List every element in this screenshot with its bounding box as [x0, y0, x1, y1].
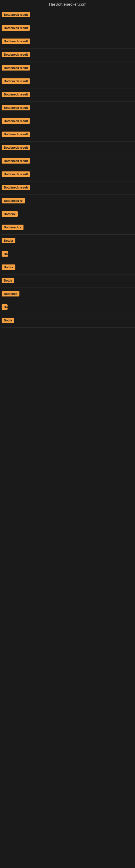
list-item: Bottleneck result — [1, 102, 135, 115]
list-item: Bottleneck result — [1, 115, 135, 128]
bottleneck-result-badge[interactable]: Bottleneck result — [2, 145, 30, 150]
bottleneck-result-badge[interactable]: Bottleneck result — [2, 172, 30, 177]
list-item: Bottleneck e — [1, 221, 135, 235]
bottleneck-result-badge[interactable]: Bottleneck result — [2, 25, 30, 31]
list-item: Bottleneck result — [1, 75, 135, 88]
list-item: Bo — [1, 301, 135, 314]
list-item: Bottle — [1, 275, 135, 288]
list-item: Bottlene — [1, 208, 135, 221]
bottleneck-result-badge[interactable]: Bottle — [2, 278, 14, 283]
list-item: Bottler — [1, 261, 135, 275]
bottleneck-result-badge[interactable]: Bottleneck result — [2, 92, 30, 97]
list-item: Bottleneck result — [1, 49, 135, 62]
results-list: Bottleneck resultBottleneck resultBottle… — [0, 9, 135, 328]
bottleneck-result-badge[interactable]: Bottleneck result — [2, 118, 30, 124]
list-item: Bottleneck result — [1, 155, 135, 168]
bottleneck-result-badge[interactable]: Bottleneck result — [2, 38, 30, 44]
bottleneck-result-badge[interactable]: Bottlene — [2, 211, 18, 217]
list-item: Bottle — [1, 314, 135, 328]
list-item: Bottleneck result — [1, 9, 135, 22]
bottleneck-result-badge[interactable]: Bottleneck e — [2, 225, 24, 230]
site-title: TheBottlenecker.com — [0, 0, 135, 9]
bottleneck-result-badge[interactable]: Bottle — [2, 318, 14, 323]
bottleneck-result-badge[interactable]: Bottler — [2, 238, 15, 243]
list-item: Bottleneck result — [1, 128, 135, 142]
bottleneck-result-badge[interactable]: Bottleneck result — [2, 105, 30, 111]
list-item: Bottlenec — [1, 288, 135, 301]
list-item: Bottleneck result — [1, 142, 135, 155]
list-item: Bottler — [1, 235, 135, 248]
list-item: Bottleneck result — [1, 22, 135, 35]
bottleneck-result-badge[interactable]: Bottleneck result — [2, 12, 30, 18]
list-item: Bottleneck result — [1, 168, 135, 182]
list-item: Bottleneck re — [1, 195, 135, 208]
bottleneck-result-badge[interactable]: Bottleneck result — [2, 52, 30, 57]
bottleneck-result-badge[interactable]: Bottleneck result — [2, 131, 30, 137]
list-item: Bo — [1, 248, 135, 261]
bottleneck-result-badge[interactable]: Bo — [2, 304, 8, 310]
list-item: Bottleneck result — [1, 62, 135, 75]
list-item: Bottleneck result — [1, 88, 135, 102]
list-item: Bottleneck result — [1, 182, 135, 195]
bottleneck-result-badge[interactable]: Bottlenec — [2, 291, 19, 297]
bottleneck-result-badge[interactable]: Bottleneck result — [2, 79, 30, 84]
bottleneck-result-badge[interactable]: Bottler — [2, 265, 15, 270]
bottleneck-result-badge[interactable]: Bottleneck result — [2, 65, 30, 70]
bottleneck-result-badge[interactable]: Bottleneck result — [2, 158, 30, 163]
bottleneck-result-badge[interactable]: Bottleneck re — [2, 198, 25, 204]
bottleneck-result-badge[interactable]: Bottleneck result — [2, 185, 30, 190]
bottleneck-result-badge[interactable]: Bo — [2, 251, 8, 257]
list-item: Bottleneck result — [1, 35, 135, 49]
